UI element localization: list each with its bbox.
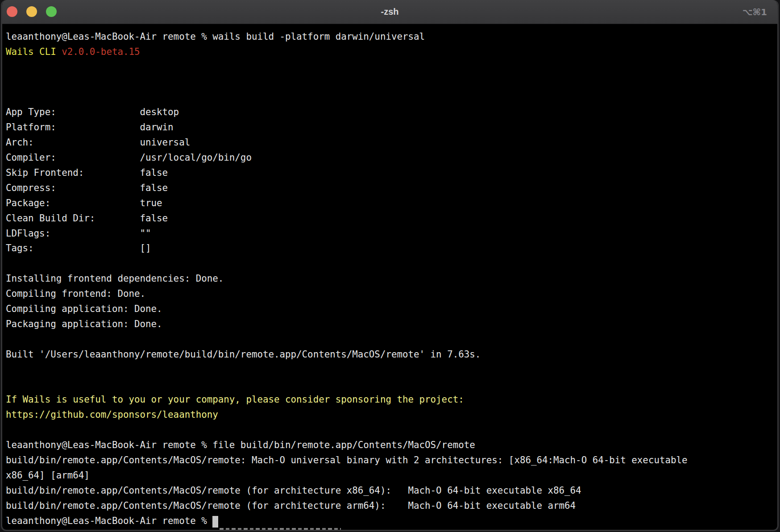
terminal-output[interactable]: leaanthony@Leas-MacBook-Air remote % wai… xyxy=(2,24,777,530)
terminal-line: Tags: [] xyxy=(6,241,777,256)
terminal-line: Compiling application: Done. xyxy=(6,302,777,317)
terminal-cursor xyxy=(212,516,218,528)
terminal-text-segment: Wails CLI xyxy=(6,46,62,57)
clipped-text-fragment xyxy=(220,528,341,530)
terminal-line xyxy=(6,90,777,105)
terminal-line xyxy=(6,75,777,90)
terminal-text-segment: Built '/Users/leaanthony/remote/build/bi… xyxy=(6,349,481,360)
terminal-text-segment: Clean Build Dir: false xyxy=(6,213,168,224)
window-shortcut-badge: ⌥⌘1 xyxy=(742,0,767,24)
terminal-line: build/bin/remote.app/Contents/MacOS/remo… xyxy=(6,483,777,499)
terminal-line: Wails CLI v2.0.0-beta.15 xyxy=(6,45,777,60)
terminal-text-segment: leaanthony@Leas-MacBook-Air remote % wai… xyxy=(6,31,425,42)
terminal-text-segment: Compiling application: Done. xyxy=(6,303,162,314)
terminal-line xyxy=(6,256,777,271)
terminal-line: If Wails is useful to you or your compan… xyxy=(6,392,777,407)
terminal-text-segment: Package: true xyxy=(6,198,162,208)
terminal-line: leaanthony@Leas-MacBook-Air remote % xyxy=(6,514,777,529)
terminal-text-segment: v2.0.0-beta.15 xyxy=(62,46,140,57)
window-title: -zsh xyxy=(1,0,779,24)
terminal-text-segment: App Type: desktop xyxy=(6,107,179,117)
terminal-text-segment: Compiling frontend: Done. xyxy=(6,288,145,299)
terminal-line: Installing frontend dependencies: Done. xyxy=(6,271,777,287)
terminal-text-segment: Arch: universal xyxy=(6,137,190,148)
window-titlebar[interactable]: -zsh ⌥⌘1 xyxy=(1,0,779,24)
terminal-text-segment: Skip Frontend: false xyxy=(6,167,168,178)
terminal-text-segment: Tags: [] xyxy=(6,243,151,254)
terminal-text-segment: x86_64] [arm64] xyxy=(6,470,90,481)
terminal-line: Skip Frontend: false xyxy=(6,166,777,181)
terminal-text-segment: Packaging application: Done. xyxy=(6,319,162,329)
terminal-line xyxy=(6,377,777,392)
terminal-line: Package: true xyxy=(6,196,777,211)
terminal-line xyxy=(6,423,777,438)
terminal-text-segment: Compiler: /usr/local/go/bin/go xyxy=(6,152,252,163)
terminal-line: https://github.com/sponsors/leaanthony xyxy=(6,407,777,423)
terminal-line: leaanthony@Leas-MacBook-Air remote % fil… xyxy=(6,438,777,453)
terminal-line: x86_64] [arm64] xyxy=(6,468,777,483)
terminal-text-segment: Installing frontend dependencies: Done. xyxy=(6,273,224,284)
terminal-text-segment: build/bin/remote.app/Contents/MacOS/remo… xyxy=(6,500,576,511)
terminal-line: Built '/Users/leaanthony/remote/build/bi… xyxy=(6,347,777,362)
terminal-text-segment: Compress: false xyxy=(6,183,168,193)
terminal-window: -zsh ⌥⌘1 leaanthony@Leas-MacBook-Air rem… xyxy=(1,0,779,531)
terminal-line: Arch: universal xyxy=(6,135,777,150)
terminal-text-segment: build/bin/remote.app/Contents/MacOS/remo… xyxy=(6,455,688,466)
terminal-text-segment: https://github.com/sponsors/leaanthony xyxy=(6,409,218,420)
terminal-text-segment: leaanthony@Leas-MacBook-Air remote % fil… xyxy=(6,440,475,450)
terminal-line: Compiling frontend: Done. xyxy=(6,287,777,302)
terminal-line: Compiler: /usr/local/go/bin/go xyxy=(6,150,777,166)
terminal-line xyxy=(6,60,777,75)
terminal-text-segment: leaanthony@Leas-MacBook-Air remote % xyxy=(6,515,212,526)
terminal-line: Platform: darwin xyxy=(6,120,777,135)
terminal-line: Clean Build Dir: false xyxy=(6,211,777,226)
terminal-line: Compress: false xyxy=(6,181,777,196)
terminal-line xyxy=(6,362,777,378)
terminal-text-segment: LDFlags: "" xyxy=(6,228,151,239)
terminal-line: build/bin/remote.app/Contents/MacOS/remo… xyxy=(6,453,777,468)
terminal-text-segment: If Wails is useful to you or your compan… xyxy=(6,394,464,405)
terminal-text-segment: Platform: darwin xyxy=(6,122,174,133)
terminal-line: leaanthony@Leas-MacBook-Air remote % wai… xyxy=(6,29,777,45)
terminal-line xyxy=(6,332,777,347)
terminal-line: LDFlags: "" xyxy=(6,226,777,241)
terminal-text-segment: build/bin/remote.app/Contents/MacOS/remo… xyxy=(6,485,581,496)
terminal-line: App Type: desktop xyxy=(6,105,777,120)
terminal-line: build/bin/remote.app/Contents/MacOS/remo… xyxy=(6,499,777,514)
terminal-line: Packaging application: Done. xyxy=(6,317,777,332)
